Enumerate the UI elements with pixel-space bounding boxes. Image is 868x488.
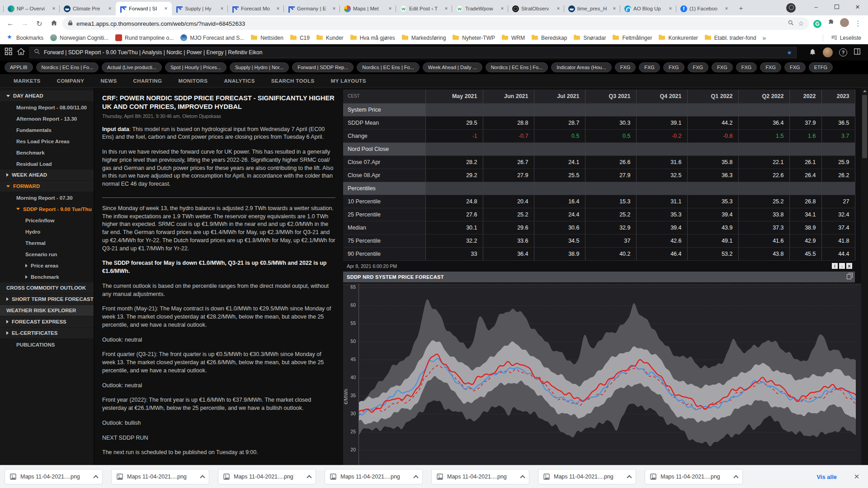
app-tab-chip[interactable]: Supply | Hydro | Nor...: [230, 62, 289, 72]
browser-tab[interactable]: Maps | Met ✕: [340, 2, 396, 15]
browser-tab[interactable]: NP – Overvi ✕: [4, 2, 60, 15]
eikon-search-text[interactable]: Forward | SDDP Report - 9.00 Tue/Thu | A…: [44, 49, 783, 56]
app-tab-chip[interactable]: Nordics | EC Ens | Fo...: [36, 62, 99, 72]
bookmark-item[interactable]: Kunder: [313, 33, 347, 43]
back-icon[interactable]: ←: [5, 19, 16, 28]
sidebar-item[interactable]: Benchmark: [0, 147, 94, 158]
bookmark-item[interactable]: Norwegian Cogniti...: [47, 33, 112, 43]
window-close-button[interactable]: ✕: [847, 0, 868, 14]
sidebar-item[interactable]: FORWARD: [0, 181, 94, 192]
browser-menu-icon[interactable]: ⋮: [853, 19, 863, 28]
menu-item[interactable]: CHARTING: [133, 78, 162, 84]
download-item[interactable]: Maps 11-04-2021....png: [5, 469, 103, 484]
app-tab-chip[interactable]: Nordics | EC Ens | Fo...: [486, 62, 548, 72]
sidebar-item[interactable]: DAY AHEAD: [0, 90, 94, 102]
app-tab-chip[interactable]: Nordics | EC Ens | Fo...: [357, 62, 420, 72]
app-grid-icon[interactable]: [5, 47, 13, 57]
home-icon[interactable]: [48, 19, 60, 28]
download-item[interactable]: Maps 11-04-2021....png: [431, 469, 529, 484]
forecast-chart-canvas[interactable]: [343, 283, 861, 465]
browser-tab[interactable]: AO Blog Up ✕: [620, 2, 676, 15]
sidebar-item[interactable]: Scenario run: [0, 249, 94, 260]
table-column-header[interactable]: May 2021: [425, 89, 483, 103]
chevron-up-icon[interactable]: [627, 475, 632, 480]
app-tab-chip[interactable]: FXG: [688, 62, 709, 72]
table-column-header[interactable]: Q4 2021: [636, 89, 687, 103]
sidebar-item[interactable]: Fundamentals: [0, 124, 94, 136]
app-tab-chip[interactable]: FXG: [615, 62, 636, 72]
menu-item[interactable]: ANALYTICS: [224, 78, 255, 84]
browser-tab[interactable]: Forecast Mo ✕: [228, 2, 284, 15]
bookmark-item[interactable]: WRM: [499, 33, 528, 43]
tab-close-icon[interactable]: ✕: [499, 5, 505, 12]
bookmark-item[interactable]: Hva må gjøres: [347, 33, 398, 43]
tab-close-icon[interactable]: ✕: [51, 5, 57, 12]
extensions-puzzle-icon[interactable]: [826, 19, 836, 28]
table-column-header[interactable]: Jul 2021: [534, 89, 585, 103]
bookmark-item[interactable]: Snøradar: [571, 33, 609, 43]
app-tab-chip[interactable]: FXG: [736, 62, 757, 72]
app-tab-chip[interactable]: Actual (Live producti...: [102, 62, 162, 72]
app-tab-chip[interactable]: Spot | Hourly | Prices...: [165, 62, 226, 72]
browser-tab[interactable]: Edit Post ‹ T ✕: [396, 2, 452, 15]
browser-tab[interactable]: Climate Pre ✕: [60, 2, 116, 15]
tab-close-icon[interactable]: ✕: [667, 5, 674, 12]
tab-close-icon[interactable]: ✕: [723, 5, 730, 12]
menu-item[interactable]: MONITORS: [178, 78, 208, 84]
download-item[interactable]: Maps 11-04-2021....png: [218, 469, 316, 484]
sidebar-item[interactable]: Morning Report - 08.00/11.00: [0, 102, 94, 113]
reload-icon[interactable]: ↻: [33, 19, 45, 28]
menu-item[interactable]: NEWS: [100, 78, 117, 84]
menu-item[interactable]: MY LAYOUTS: [331, 78, 366, 84]
sidebar-item[interactable]: Benchmark: [0, 271, 94, 282]
bookmark-item[interactable]: C19: [287, 33, 313, 43]
sidebar-item[interactable]: WEEK AHEAD: [0, 169, 94, 181]
chevron-up-icon[interactable]: [93, 475, 98, 480]
chevron-up-icon[interactable]: [733, 475, 738, 480]
window-minimize-button[interactable]: –: [806, 0, 826, 14]
table-column-header[interactable]: Jun 2021: [483, 89, 534, 103]
table-column-header[interactable]: 2023: [821, 89, 855, 103]
excel-export-icon[interactable]: X: [846, 263, 852, 269]
sidebar-item[interactable]: WEATHER RISK EXPLORER: [0, 305, 94, 316]
tab-close-icon[interactable]: ✕: [275, 5, 281, 12]
browser-avatar[interactable]: [839, 18, 850, 29]
user-avatar[interactable]: [823, 47, 833, 57]
chevron-up-icon[interactable]: [200, 475, 205, 480]
download-item[interactable]: Maps 11-04-2021....png: [325, 469, 423, 484]
tab-close-icon[interactable]: ✕: [331, 5, 337, 12]
bookmark-item[interactable]: Feltmålinger: [609, 33, 655, 43]
sidebar-item[interactable]: Price/inflow: [0, 215, 94, 226]
table-column-header[interactable]: Q1 2022: [687, 89, 738, 103]
layout-panel-icon[interactable]: [854, 48, 861, 57]
bookmark-item[interactable]: Konkurenter: [656, 33, 701, 43]
window-maximize-button[interactable]: [826, 0, 847, 14]
show-all-downloads-button[interactable]: Vis alle: [812, 471, 841, 483]
grammarly-extension-icon[interactable]: G: [812, 19, 823, 28]
page-scrollbar[interactable]: [861, 88, 868, 465]
eikon-search-bar[interactable]: Forward | SDDP Report - 9.00 Tue/Thu | A…: [29, 47, 797, 58]
tab-close-icon[interactable]: ✕: [555, 5, 561, 12]
bookmark-item[interactable]: Markedsføring: [399, 33, 449, 43]
app-tab-chip[interactable]: Forward | SDDP Rep...: [292, 62, 354, 72]
bookmark-item[interactable]: Nettsiden: [248, 33, 287, 43]
zoom-search-icon[interactable]: [788, 19, 794, 28]
table-column-header[interactable]: 2022: [789, 89, 821, 103]
table-column-header[interactable]: Q2 2022: [738, 89, 789, 103]
app-tab-chip[interactable]: ETFG: [809, 62, 833, 72]
sidebar-item[interactable]: SDDP Report - 9.00 Tue/Thu: [0, 203, 94, 215]
browser-tab[interactable]: TradeWpow ✕: [452, 2, 508, 15]
menu-item[interactable]: COMPANY: [57, 78, 85, 84]
sidebar-item[interactable]: Hydro: [0, 226, 94, 237]
bookmarks-overflow-icon[interactable]: »: [760, 34, 769, 42]
chevron-up-icon[interactable]: [413, 475, 418, 480]
browser-tab[interactable]: (1) Faceboo ✕: [676, 2, 732, 15]
sidebar-item[interactable]: Residual Load: [0, 158, 94, 169]
table-column-header[interactable]: Q3 2021: [585, 89, 636, 103]
app-tab-chip[interactable]: Week Ahead | Daily ...: [423, 62, 482, 72]
app-tab-chip[interactable]: APPLIB: [5, 62, 33, 72]
app-tab-chip[interactable]: Indicator Areas (Hou...: [551, 62, 611, 72]
bookmark-item[interactable]: Bookmarks: [4, 33, 47, 43]
scroll-up-icon[interactable]: [863, 90, 867, 92]
sidebar-item[interactable]: EL-CERTIFICATES: [0, 328, 94, 339]
